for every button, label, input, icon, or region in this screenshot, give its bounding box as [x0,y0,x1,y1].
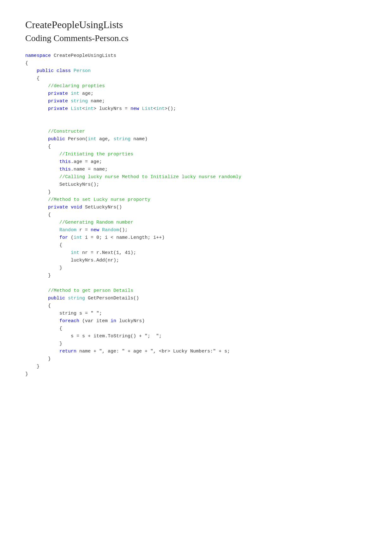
file-title: Coding Comments-Person.cs [25,33,367,43]
page-title: CreatePeopleUsingLists [25,19,367,31]
code-block: namespace CreatePeopleUsingLists { publi… [25,52,367,378]
